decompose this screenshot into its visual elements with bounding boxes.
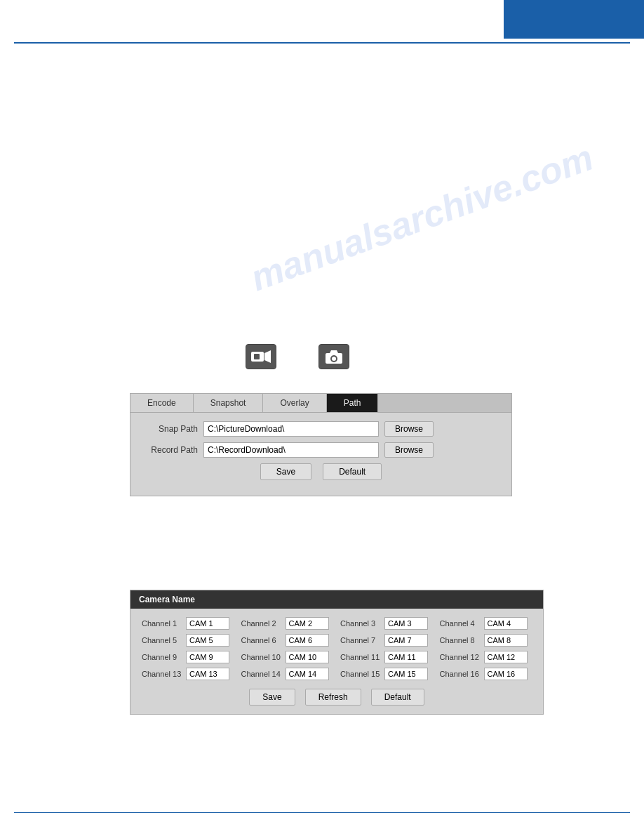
tab-snapshot[interactable]: Snapshot — [194, 394, 264, 412]
channel-item-4: Channel 4 — [440, 617, 532, 630]
channel-label-14: Channel 14 — [241, 670, 282, 678]
channel-label-11: Channel 11 — [340, 653, 381, 661]
path-panel: Encode Snapshot Overlay Path Snap Path B… — [130, 393, 512, 496]
channel-input-16[interactable] — [484, 668, 528, 680]
tab-overlay[interactable]: Overlay — [263, 394, 326, 412]
channel-item-5: Channel 5 — [142, 634, 234, 647]
record-path-input[interactable] — [203, 442, 379, 458]
svg-marker-4 — [330, 350, 338, 353]
channel-label-1: Channel 1 — [142, 619, 182, 628]
header-blue-block — [504, 0, 644, 39]
tab-encode[interactable]: Encode — [130, 394, 194, 412]
path-save-button[interactable]: Save — [260, 463, 311, 480]
channel-input-9[interactable] — [186, 651, 229, 663]
record-path-label: Record Path — [142, 445, 198, 455]
channel-label-9: Channel 9 — [142, 653, 182, 661]
channel-input-14[interactable] — [286, 668, 329, 680]
watermark: manualsarchive.com — [245, 136, 598, 299]
channel-label-6: Channel 6 — [241, 636, 282, 644]
channel-label-2: Channel 2 — [241, 619, 282, 628]
channel-label-15: Channel 15 — [340, 670, 381, 678]
channel-input-10[interactable] — [286, 651, 329, 663]
channel-label-12: Channel 12 — [440, 653, 481, 661]
channel-label-8: Channel 8 — [440, 636, 481, 644]
channel-item-11: Channel 11 — [340, 651, 433, 663]
channel-item-9: Channel 9 — [142, 651, 234, 663]
channel-input-3[interactable] — [384, 617, 428, 630]
tab-path[interactable]: Path — [327, 394, 379, 412]
svg-point-6 — [332, 357, 336, 361]
path-panel-body: Snap Path Browse Record Path Browse Save… — [130, 413, 511, 496]
camera-refresh-button[interactable]: Refresh — [305, 689, 361, 706]
channel-item-14: Channel 14 — [241, 668, 334, 680]
camera-panel-header: Camera Name — [130, 590, 543, 609]
tab-bar: Encode Snapshot Overlay Path — [130, 394, 511, 413]
channel-label-7: Channel 7 — [340, 636, 381, 644]
record-path-row: Record Path Browse — [142, 442, 500, 458]
channel-item-12: Channel 12 — [440, 651, 532, 663]
camera-buttons: Save Refresh Default — [142, 689, 532, 706]
path-panel-buttons: Save Default — [142, 463, 500, 487]
camera-panel: Camera Name Channel 1Channel 2Channel 3C… — [130, 590, 544, 715]
snap-browse-button[interactable]: Browse — [384, 421, 434, 437]
channel-item-6: Channel 6 — [241, 634, 334, 647]
camera-default-button[interactable]: Default — [371, 689, 424, 706]
channel-item-8: Channel 8 — [440, 634, 532, 647]
video-camera-icon[interactable] — [246, 344, 276, 369]
channel-item-7: Channel 7 — [340, 634, 433, 647]
channel-input-6[interactable] — [286, 634, 329, 647]
icons-area — [246, 344, 349, 369]
channel-input-13[interactable] — [186, 668, 229, 680]
record-browse-button[interactable]: Browse — [384, 442, 434, 458]
camera-save-button[interactable]: Save — [249, 689, 295, 706]
snap-path-input[interactable] — [203, 421, 379, 437]
channel-input-5[interactable] — [186, 634, 229, 647]
channel-item-2: Channel 2 — [241, 617, 334, 630]
channel-item-1: Channel 1 — [142, 617, 234, 630]
channel-input-2[interactable] — [286, 617, 329, 630]
snapshot-icon[interactable] — [318, 344, 349, 369]
channel-label-3: Channel 3 — [340, 619, 381, 628]
channel-grid: Channel 1Channel 2Channel 3Channel 4Chan… — [142, 617, 532, 680]
snap-path-row: Snap Path Browse — [142, 421, 500, 437]
channel-label-10: Channel 10 — [241, 653, 282, 661]
channel-input-11[interactable] — [384, 651, 428, 663]
channel-label-13: Channel 13 — [142, 670, 182, 678]
channel-item-10: Channel 10 — [241, 651, 334, 663]
channel-input-15[interactable] — [384, 668, 428, 680]
top-rule — [14, 42, 630, 44]
channel-label-16: Channel 16 — [440, 670, 481, 678]
bottom-rule — [14, 812, 630, 813]
svg-marker-1 — [264, 350, 271, 363]
channel-item-13: Channel 13 — [142, 668, 234, 680]
channel-label-4: Channel 4 — [440, 619, 481, 628]
channel-label-5: Channel 5 — [142, 636, 182, 644]
channel-input-4[interactable] — [484, 617, 528, 630]
path-default-button[interactable]: Default — [323, 463, 382, 480]
snap-path-label: Snap Path — [142, 424, 198, 434]
channel-item-16: Channel 16 — [440, 668, 532, 680]
channel-input-7[interactable] — [384, 634, 428, 647]
camera-panel-body: Channel 1Channel 2Channel 3Channel 4Chan… — [130, 609, 543, 714]
channel-item-3: Channel 3 — [340, 617, 433, 630]
channel-input-1[interactable] — [186, 617, 229, 630]
channel-input-8[interactable] — [484, 634, 528, 647]
channel-input-12[interactable] — [484, 651, 528, 663]
channel-item-15: Channel 15 — [340, 668, 433, 680]
svg-rect-2 — [254, 354, 260, 359]
